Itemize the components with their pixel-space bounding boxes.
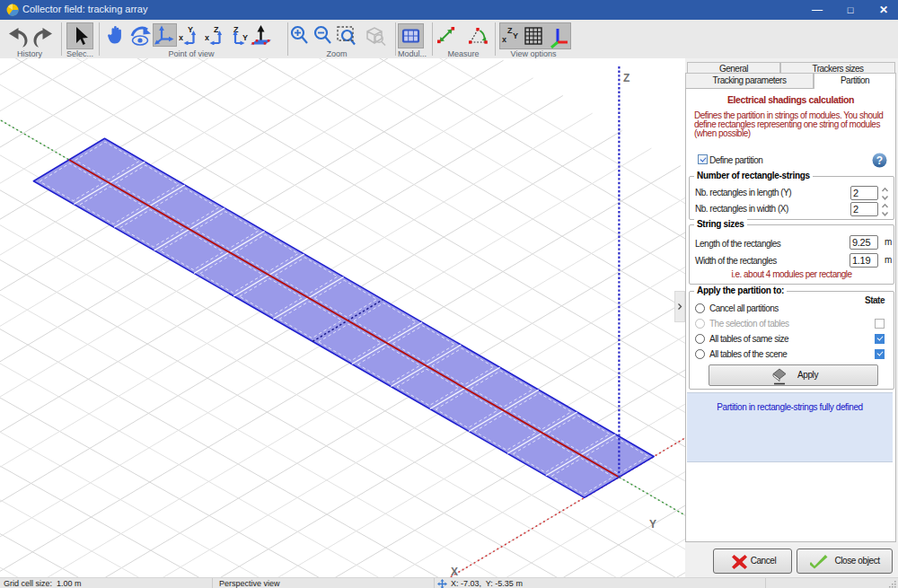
svg-text:Y: Y bbox=[188, 25, 193, 34]
svg-text:x: x bbox=[502, 35, 506, 44]
svg-text:Y: Y bbox=[242, 33, 248, 42]
svg-text:X: X bbox=[451, 566, 458, 578]
svg-text:Y: Y bbox=[649, 518, 656, 531]
svg-text:Y: Y bbox=[513, 31, 518, 40]
svg-text:Z: Z bbox=[623, 72, 629, 84]
svg-text:x: x bbox=[205, 33, 209, 42]
svg-text:Z: Z bbox=[214, 25, 219, 34]
svg-text:?: ? bbox=[876, 154, 883, 167]
svg-text:x: x bbox=[179, 33, 183, 42]
